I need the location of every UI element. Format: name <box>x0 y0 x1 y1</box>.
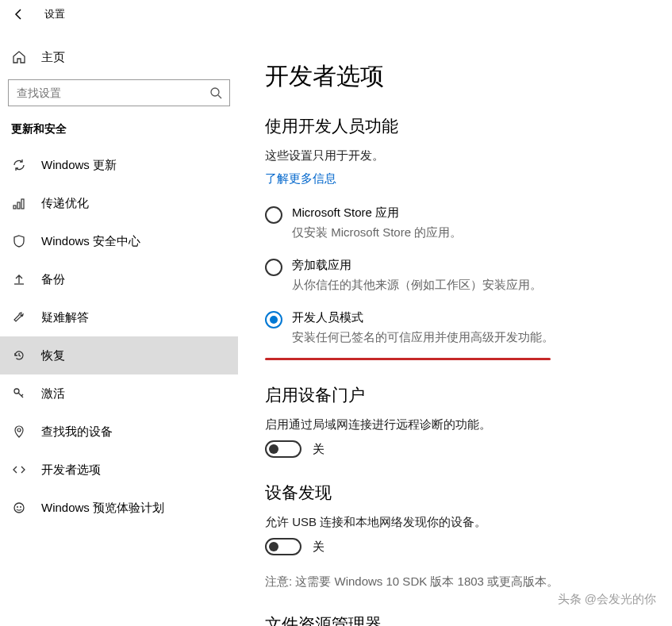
sidebar-nav: Windows 更新 传递优化 Windows 安全中心 备份 疑难解答 恢复 <box>0 146 238 527</box>
svg-point-7 <box>17 428 21 432</box>
sync-icon <box>11 158 27 172</box>
sidebar-item-label: 疑难解答 <box>41 310 89 325</box>
dev-mode-radio-group: Microsoft Store 应用 仅安装 Microsoft Store 的… <box>265 205 672 345</box>
sidebar-item-developers[interactable]: 开发者选项 <box>0 451 238 489</box>
device-portal-heading: 启用设备门户 <box>265 384 672 406</box>
sidebar-item-find-device[interactable]: 查找我的设备 <box>0 413 238 451</box>
wrench-icon <box>11 310 27 325</box>
svg-rect-4 <box>21 199 24 209</box>
sidebar-item-label: Windows 更新 <box>41 158 117 173</box>
device-discovery-heading: 设备发现 <box>265 482 672 504</box>
back-button[interactable] <box>6 2 32 27</box>
radio-sideload[interactable]: 旁加载应用 从你信任的其他来源（例如工作区）安装应用。 <box>265 258 672 293</box>
sidebar-item-label: Windows 预览体验计划 <box>41 501 164 516</box>
device-portal-toggle[interactable] <box>265 440 301 458</box>
sidebar-item-label: 传递优化 <box>41 196 89 211</box>
toggle-label: 关 <box>313 442 324 457</box>
sidebar-item-insider[interactable]: Windows 预览体验计划 <box>0 489 238 527</box>
file-explorer-heading: 文件资源管理器 <box>265 613 672 626</box>
sidebar-item-recovery[interactable]: 恢复 <box>0 336 238 374</box>
file-explorer-section: 文件资源管理器 <box>265 613 672 626</box>
radio-store-apps[interactable]: Microsoft Store 应用 仅安装 Microsoft Store 的… <box>265 205 672 240</box>
search-icon <box>202 86 229 99</box>
sidebar-item-label: 激活 <box>41 386 65 401</box>
device-discovery-section: 设备发现 允许 USB 连接和本地网络发现你的设备。 关 注意: 这需要 Win… <box>265 482 672 590</box>
sidebar-item-label: 查找我的设备 <box>41 424 113 440</box>
device-discovery-note: 注意: 这需要 Windows 10 SDK 版本 1803 或更高版本。 <box>265 574 672 590</box>
annotation-underline <box>265 358 551 360</box>
arrow-left-icon <box>13 8 25 21</box>
developer-icon <box>11 463 27 477</box>
key-icon <box>11 386 27 401</box>
location-icon <box>11 424 27 439</box>
history-icon <box>11 348 27 363</box>
radio-label: 旁加载应用 <box>292 258 542 273</box>
backup-icon <box>11 272 27 286</box>
svg-point-10 <box>20 506 21 508</box>
device-discovery-toggle[interactable] <box>265 538 301 555</box>
sidebar-item-troubleshoot[interactable]: 疑难解答 <box>0 298 238 336</box>
svg-point-9 <box>17 506 18 508</box>
shield-icon <box>11 234 27 248</box>
learn-more-link[interactable]: 了解更多信息 <box>265 171 336 186</box>
radio-desc: 安装任何已签名的可信应用并使用高级开发功能。 <box>292 330 554 345</box>
sidebar-item-windows-update[interactable]: Windows 更新 <box>0 146 238 184</box>
sidebar-item-label: Windows 安全中心 <box>41 234 140 249</box>
radio-icon <box>265 206 282 224</box>
sidebar-section-title: 更新和安全 <box>0 117 238 146</box>
sidebar: 主页 更新和安全 Windows 更新 传递优化 Windows 安全中心 <box>0 29 238 626</box>
optimization-icon <box>11 196 27 210</box>
svg-point-8 <box>14 503 24 513</box>
home-link[interactable]: 主页 <box>0 40 238 75</box>
home-label: 主页 <box>41 50 65 65</box>
device-portal-desc: 启用通过局域网连接进行远程诊断的功能。 <box>265 417 672 432</box>
sidebar-item-backup[interactable]: 备份 <box>0 260 238 298</box>
svg-rect-2 <box>13 205 16 209</box>
sidebar-item-label: 备份 <box>41 272 65 287</box>
svg-rect-3 <box>17 202 20 209</box>
window-title: 设置 <box>44 7 65 21</box>
radio-label: Microsoft Store 应用 <box>292 205 462 221</box>
sidebar-item-label: 开发者选项 <box>41 463 101 478</box>
radio-desc: 仅安装 Microsoft Store 的应用。 <box>292 225 462 240</box>
sidebar-item-label: 恢复 <box>41 348 65 363</box>
radio-icon-selected <box>265 311 282 328</box>
svg-point-0 <box>211 88 219 96</box>
home-icon <box>11 50 27 64</box>
sidebar-item-security[interactable]: Windows 安全中心 <box>0 222 238 260</box>
page-title: 开发者选项 <box>265 60 672 93</box>
radio-desc: 从你信任的其他来源（例如工作区）安装应用。 <box>292 278 542 293</box>
dev-features-desc: 这些设置只用于开发。 <box>265 148 672 163</box>
search-box[interactable] <box>8 79 230 106</box>
sidebar-item-activation[interactable]: 激活 <box>0 374 238 413</box>
radio-developer-mode[interactable]: 开发人员模式 安装任何已签名的可信应用并使用高级开发功能。 <box>265 310 672 345</box>
radio-label: 开发人员模式 <box>292 310 554 325</box>
insider-icon <box>11 501 27 515</box>
radio-icon <box>265 259 282 276</box>
main-content: 开发者选项 使用开发人员功能 这些设置只用于开发。 了解更多信息 Microso… <box>238 29 672 626</box>
titlebar: 设置 <box>0 0 672 29</box>
svg-line-1 <box>218 95 221 98</box>
dev-features-heading: 使用开发人员功能 <box>265 115 672 137</box>
search-input[interactable] <box>9 86 202 99</box>
device-discovery-desc: 允许 USB 连接和本地网络发现你的设备。 <box>265 515 672 530</box>
dev-features-section: 使用开发人员功能 这些设置只用于开发。 了解更多信息 Microsoft Sto… <box>265 115 672 360</box>
watermark: 头条 @会发光的你 <box>558 592 656 607</box>
sidebar-item-delivery-optimization[interactable]: 传递优化 <box>0 184 238 222</box>
toggle-label: 关 <box>313 540 324 555</box>
device-portal-section: 启用设备门户 启用通过局域网连接进行远程诊断的功能。 关 <box>265 384 672 458</box>
